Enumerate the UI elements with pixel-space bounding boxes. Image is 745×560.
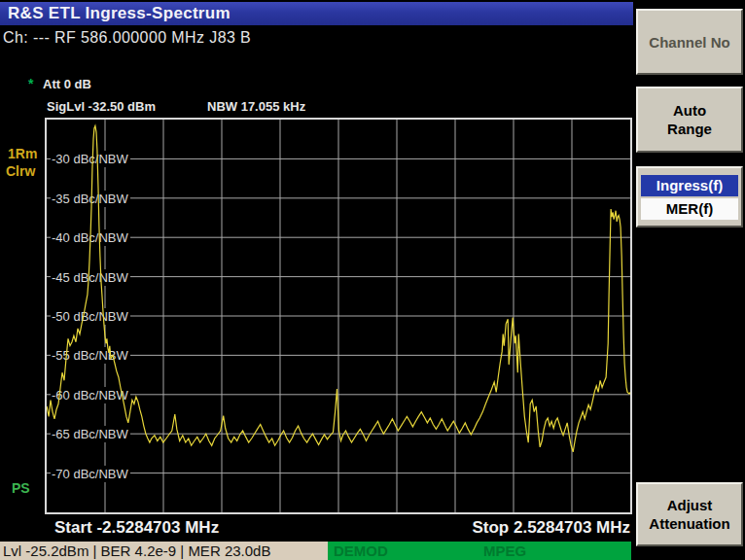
x-axis-stop-label: Stop 2.5284703 MHz: [389, 518, 630, 538]
softkey-auto-range[interactable]: Auto Range: [636, 87, 743, 153]
att-changed-asterisk-icon: *: [28, 76, 33, 91]
softkey-auto-range-line1: Auto: [673, 101, 706, 120]
demod-status-badge: DEMOD: [334, 542, 388, 560]
softkey-adjust-attenuation-line1: Adjust: [667, 496, 713, 514]
status-bar: Lvl -25.2dBm | BER 4.2e-9 | MER 23.0dB D…: [0, 542, 745, 560]
softkey-option-mer[interactable]: MER(f): [641, 198, 738, 220]
nbw-readout: NBW 17.055 kHz: [207, 99, 305, 114]
title-bar: R&S ETL Ingress-Spectrum: [0, 2, 633, 25]
softkey-adjust-attenuation[interactable]: Adjust Attenuation: [636, 482, 743, 546]
channel-info-line: Ch: --- RF 586.000000 MHz J83 B: [3, 29, 251, 47]
spectrum-plot-area: -30 dBc/NBW -35 dBc/NBW -40 dBc/NBW -45 …: [45, 118, 632, 514]
ps-status-label: PS: [12, 480, 30, 496]
attenuation-readout: Att 0 dB: [43, 77, 91, 91]
x-axis-start-label: Start -2.5284703 MHz: [54, 518, 219, 538]
softkey-option-ingress[interactable]: Ingress(f): [641, 175, 738, 196]
measurement-status-readout: Lvl -25.2dBm | BER 4.2e-9 | MER 23.0dB: [0, 542, 328, 560]
spectrum-trace: [47, 120, 630, 512]
softkey-auto-range-line2: Range: [667, 120, 712, 138]
softkey-channel-no-label: Channel No: [649, 33, 729, 52]
trace-mode-label-clrw: Clrw: [6, 163, 35, 179]
softkey-adjust-attenuation-line2: Attenuation: [649, 514, 729, 533]
softkey-channel-no[interactable]: Channel No: [636, 9, 743, 75]
etl-analyzer-screen: R&S ETL Ingress-Spectrum Ch: --- RF 586.…: [0, 0, 745, 560]
lock-status-panel: DEMOD MPEG: [328, 542, 631, 560]
softkey-measurement-toggle[interactable]: Ingress(f) MER(f): [636, 166, 743, 228]
signal-level-readout: SigLvl -32.50 dBm: [47, 99, 156, 114]
page-title: R&S ETL Ingress-Spectrum: [8, 4, 231, 22]
mpeg-status-badge: MPEG: [483, 542, 526, 560]
trace-mode-label-1rm: 1Rm: [8, 146, 37, 161]
